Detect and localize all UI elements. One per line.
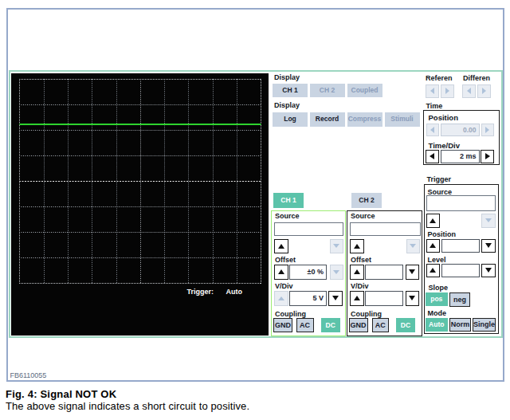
svg-text:Trigger:: Trigger: — [187, 288, 214, 296]
svg-text:Auto: Auto — [226, 288, 243, 296]
